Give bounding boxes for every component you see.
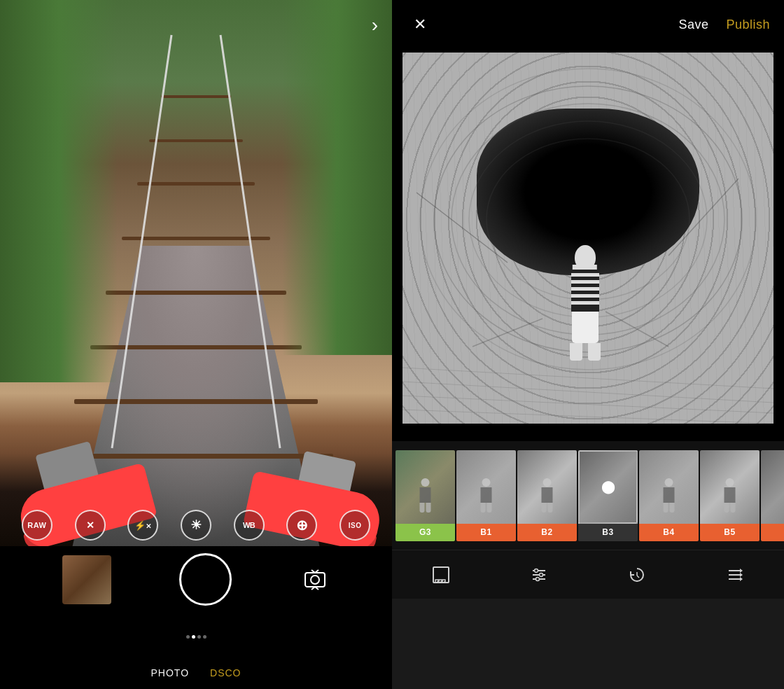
flip-camera-button[interactable] xyxy=(300,564,330,595)
frame-tool-button[interactable] xyxy=(432,566,450,584)
rail-lines xyxy=(0,0,392,546)
svg-line-16 xyxy=(402,410,774,424)
photo-thumbnail[interactable] xyxy=(62,555,111,604)
filter-thumb-child xyxy=(477,478,495,517)
shirt-stripe xyxy=(571,287,599,291)
filter-b1-label: B1 xyxy=(456,524,516,541)
filter-b6-label: B6 xyxy=(761,524,784,541)
child-body xyxy=(571,270,599,312)
mode-dot-1 xyxy=(186,635,190,639)
sliders-icon xyxy=(530,566,548,584)
filter-b3-label: B3 xyxy=(578,524,638,541)
filter-b2-label: B2 xyxy=(517,524,577,541)
save-button[interactable]: Save xyxy=(678,18,708,32)
mode-dot-3 xyxy=(197,635,201,639)
svg-line-13 xyxy=(402,368,774,389)
child-leg-right xyxy=(588,343,601,361)
svg-point-23 xyxy=(444,581,445,583)
filter-strip-wrapper: G3 B1 xyxy=(392,447,784,545)
svg-point-21 xyxy=(437,581,438,583)
adjustments-tool-button[interactable] xyxy=(530,566,548,584)
next-chevron[interactable]: › xyxy=(372,14,378,36)
camera-controls-bar: RAW ✕ ⚡✕ ☀ WB ⊕ ISO xyxy=(0,510,392,541)
raw-toggle[interactable]: RAW xyxy=(22,510,52,541)
filter-b3[interactable]: ⬤ B3 xyxy=(578,450,638,541)
filter-strip-area: G3 B1 xyxy=(392,441,784,550)
svg-point-3 xyxy=(311,576,319,584)
filter-b1-thumb xyxy=(456,450,516,524)
header-actions: Save Publish xyxy=(678,18,770,32)
photo-mode-button[interactable]: PHOTO xyxy=(151,667,190,678)
history-icon xyxy=(628,566,646,584)
filter-b6-thumb xyxy=(761,450,784,524)
filter-b2[interactable]: B2 xyxy=(517,450,577,541)
photo-spacer xyxy=(392,427,784,441)
camera-panel: › xyxy=(0,0,392,689)
filter-b5-label: B5 xyxy=(700,524,760,541)
presets-icon xyxy=(726,566,744,584)
child-leg-left xyxy=(570,343,582,361)
mode-dot-4 xyxy=(203,635,206,639)
camera-viewfinder: › xyxy=(0,0,392,546)
flip-camera-icon xyxy=(302,567,328,592)
svg-point-27 xyxy=(535,569,538,572)
iso-button[interactable]: ISO xyxy=(340,510,370,541)
publish-button[interactable]: Publish xyxy=(726,18,770,32)
white-balance-button[interactable]: WB xyxy=(234,510,265,541)
track-scene xyxy=(0,0,392,546)
child-pants xyxy=(572,312,598,343)
shutter-button[interactable] xyxy=(179,553,232,606)
editor-header: ✕ Save Publish xyxy=(392,0,784,49)
camera-modes: PHOTO DSCO xyxy=(151,667,241,678)
svg-point-22 xyxy=(440,581,442,583)
filter-b3-thumb: ⬤ xyxy=(578,450,638,524)
camera-bottom-controls xyxy=(0,553,392,606)
svg-line-9 xyxy=(416,193,507,263)
filter-g3-thumb xyxy=(396,450,455,524)
svg-line-14 xyxy=(402,382,774,403)
exposure-button[interactable]: ☀ xyxy=(181,510,211,541)
filter-b6[interactable]: B6 xyxy=(761,450,784,541)
shirt-stripe xyxy=(571,294,599,298)
grain-svg xyxy=(402,53,774,424)
selected-filter-icon: ⬤ xyxy=(601,479,615,494)
filter-b5[interactable]: B5 xyxy=(700,450,760,541)
history-tool-button[interactable] xyxy=(628,566,646,584)
svg-line-31 xyxy=(637,576,639,578)
exposure-compensation[interactable]: ⊕ xyxy=(286,510,317,541)
svg-point-28 xyxy=(540,573,543,576)
filter-b5-thumb xyxy=(700,450,760,524)
editor-panel: ✕ Save Publish xyxy=(392,0,784,689)
flash-toggle[interactable]: ⚡✕ xyxy=(127,510,158,541)
camera-bottom-bar: PHOTO DSCO xyxy=(0,546,392,689)
svg-line-1 xyxy=(220,35,280,448)
child-figure xyxy=(557,245,613,357)
svg-marker-35 xyxy=(740,569,743,573)
presets-tool-button[interactable] xyxy=(726,566,744,584)
filter-b2-thumb xyxy=(517,450,577,524)
frame-icon xyxy=(432,566,450,584)
filter-b1[interactable]: B1 xyxy=(456,450,516,541)
filter-g3-label: G3 xyxy=(396,524,455,541)
editor-toolbar xyxy=(392,550,784,599)
filter-g3[interactable]: G3 xyxy=(396,450,455,541)
edited-photo xyxy=(402,53,774,424)
stump-background xyxy=(402,53,774,424)
filter-b4[interactable]: B4 xyxy=(639,450,699,541)
shirt-stripe xyxy=(571,301,599,305)
filter-thumb-child xyxy=(538,478,556,517)
filter-thumb-child xyxy=(721,478,738,517)
filter-thumb-child xyxy=(660,478,678,517)
cancel-button[interactable]: ✕ xyxy=(75,510,106,541)
svg-marker-37 xyxy=(740,577,743,581)
mode-indicator xyxy=(186,635,206,639)
dsco-mode-button[interactable]: DSCO xyxy=(210,667,241,678)
filter-b4-thumb xyxy=(639,450,699,524)
close-button[interactable]: ✕ xyxy=(406,11,434,39)
mode-dot-2 xyxy=(192,635,195,639)
filter-thumb-child xyxy=(416,478,434,517)
svg-line-12 xyxy=(606,312,668,347)
svg-line-0 xyxy=(112,35,172,448)
shirt-stripe xyxy=(571,280,599,284)
svg-point-29 xyxy=(536,577,540,580)
